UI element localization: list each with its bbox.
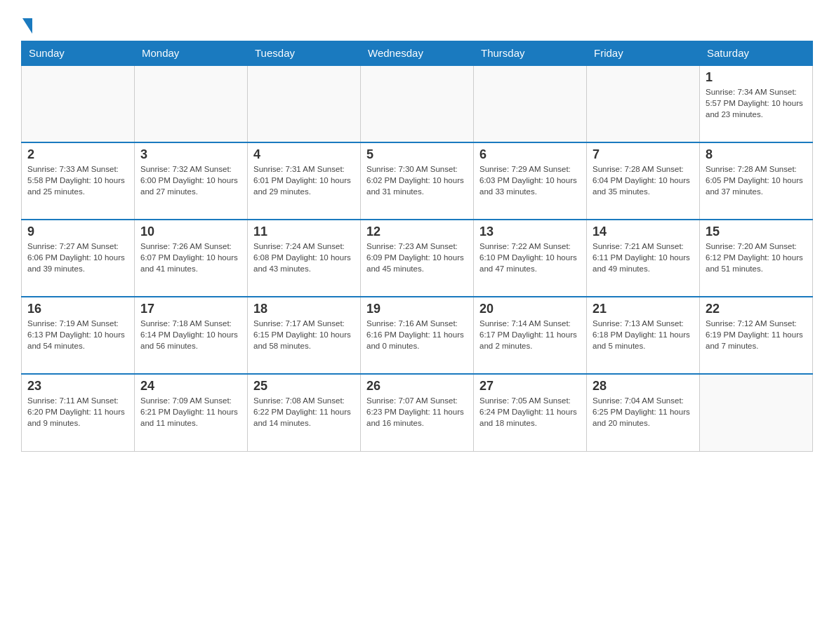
day-number: 16 [27, 302, 128, 316]
header-cell-monday: Monday [135, 41, 248, 66]
calendar-cell: 4Sunrise: 7:31 AM Sunset: 6:01 PM Daylig… [248, 142, 361, 220]
page-header [21, 14, 813, 34]
day-info: Sunrise: 7:32 AM Sunset: 6:00 PM Dayligh… [140, 163, 241, 197]
header-cell-friday: Friday [587, 41, 700, 66]
day-number: 18 [253, 302, 355, 316]
day-info: Sunrise: 7:19 AM Sunset: 6:13 PM Dayligh… [27, 318, 128, 351]
day-number: 22 [706, 302, 807, 316]
week-row-1: 1Sunrise: 7:34 AM Sunset: 5:57 PM Daylig… [22, 65, 813, 142]
calendar-cell [700, 374, 813, 451]
day-number: 28 [593, 379, 694, 394]
calendar-body: 1Sunrise: 7:34 AM Sunset: 5:57 PM Daylig… [22, 65, 813, 451]
day-number: 3 [140, 147, 241, 162]
day-info: Sunrise: 7:31 AM Sunset: 6:01 PM Dayligh… [253, 163, 355, 197]
day-number: 20 [479, 302, 581, 316]
day-info: Sunrise: 7:26 AM Sunset: 6:07 PM Dayligh… [140, 241, 241, 274]
calendar-cell: 25Sunrise: 7:08 AM Sunset: 6:22 PM Dayli… [248, 374, 361, 451]
calendar-cell: 2Sunrise: 7:33 AM Sunset: 5:58 PM Daylig… [22, 142, 135, 220]
calendar-cell: 12Sunrise: 7:23 AM Sunset: 6:09 PM Dayli… [361, 220, 474, 297]
day-info: Sunrise: 7:14 AM Sunset: 6:17 PM Dayligh… [479, 318, 581, 351]
day-number: 23 [27, 379, 128, 394]
calendar-cell [587, 65, 700, 142]
day-number: 1 [706, 70, 807, 85]
week-row-2: 2Sunrise: 7:33 AM Sunset: 5:58 PM Daylig… [22, 142, 813, 220]
calendar-table: SundayMondayTuesdayWednesdayThursdayFrid… [21, 41, 813, 452]
calendar-cell: 3Sunrise: 7:32 AM Sunset: 6:00 PM Daylig… [135, 142, 248, 220]
calendar-cell: 15Sunrise: 7:20 AM Sunset: 6:12 PM Dayli… [700, 220, 813, 297]
day-number: 10 [140, 224, 241, 239]
day-info: Sunrise: 7:11 AM Sunset: 6:20 PM Dayligh… [27, 395, 128, 429]
calendar-cell [22, 65, 135, 142]
calendar-cell: 24Sunrise: 7:09 AM Sunset: 6:21 PM Dayli… [135, 374, 248, 451]
day-info: Sunrise: 7:09 AM Sunset: 6:21 PM Dayligh… [140, 395, 241, 429]
calendar-cell: 11Sunrise: 7:24 AM Sunset: 6:08 PM Dayli… [248, 220, 361, 297]
day-info: Sunrise: 7:12 AM Sunset: 6:19 PM Dayligh… [706, 318, 807, 351]
day-info: Sunrise: 7:27 AM Sunset: 6:06 PM Dayligh… [27, 241, 128, 274]
day-number: 12 [366, 224, 468, 239]
header-row: SundayMondayTuesdayWednesdayThursdayFrid… [22, 41, 813, 66]
day-number: 26 [366, 379, 468, 394]
calendar-cell: 22Sunrise: 7:12 AM Sunset: 6:19 PM Dayli… [700, 297, 813, 374]
calendar-cell: 21Sunrise: 7:13 AM Sunset: 6:18 PM Dayli… [587, 297, 700, 374]
calendar-cell: 28Sunrise: 7:04 AM Sunset: 6:25 PM Dayli… [587, 374, 700, 451]
day-info: Sunrise: 7:23 AM Sunset: 6:09 PM Dayligh… [366, 241, 468, 274]
calendar-cell: 19Sunrise: 7:16 AM Sunset: 6:16 PM Dayli… [361, 297, 474, 374]
day-info: Sunrise: 7:29 AM Sunset: 6:03 PM Dayligh… [479, 163, 581, 197]
logo-arrow-icon [22, 18, 32, 34]
day-info: Sunrise: 7:05 AM Sunset: 6:24 PM Dayligh… [479, 395, 581, 429]
calendar-cell: 10Sunrise: 7:26 AM Sunset: 6:07 PM Dayli… [135, 220, 248, 297]
day-number: 14 [593, 224, 694, 239]
day-number: 8 [706, 147, 807, 162]
day-info: Sunrise: 7:21 AM Sunset: 6:11 PM Dayligh… [593, 241, 694, 274]
day-number: 5 [366, 147, 468, 162]
day-number: 11 [253, 224, 355, 239]
day-number: 15 [706, 224, 807, 239]
day-number: 2 [27, 147, 128, 162]
calendar-cell: 9Sunrise: 7:27 AM Sunset: 6:06 PM Daylig… [22, 220, 135, 297]
header-cell-saturday: Saturday [700, 41, 813, 66]
day-info: Sunrise: 7:13 AM Sunset: 6:18 PM Dayligh… [593, 318, 694, 351]
day-info: Sunrise: 7:04 AM Sunset: 6:25 PM Dayligh… [593, 395, 694, 429]
week-row-3: 9Sunrise: 7:27 AM Sunset: 6:06 PM Daylig… [22, 220, 813, 297]
calendar-cell [361, 65, 474, 142]
calendar-cell: 17Sunrise: 7:18 AM Sunset: 6:14 PM Dayli… [135, 297, 248, 374]
calendar-cell: 18Sunrise: 7:17 AM Sunset: 6:15 PM Dayli… [248, 297, 361, 374]
calendar-cell: 1Sunrise: 7:34 AM Sunset: 5:57 PM Daylig… [700, 65, 813, 142]
day-info: Sunrise: 7:20 AM Sunset: 6:12 PM Dayligh… [706, 241, 807, 274]
day-info: Sunrise: 7:22 AM Sunset: 6:10 PM Dayligh… [479, 241, 581, 274]
calendar-cell: 6Sunrise: 7:29 AM Sunset: 6:03 PM Daylig… [474, 142, 587, 220]
day-info: Sunrise: 7:24 AM Sunset: 6:08 PM Dayligh… [253, 241, 355, 274]
day-info: Sunrise: 7:28 AM Sunset: 6:04 PM Dayligh… [593, 163, 694, 197]
day-info: Sunrise: 7:33 AM Sunset: 5:58 PM Dayligh… [27, 163, 128, 197]
calendar-cell: 20Sunrise: 7:14 AM Sunset: 6:17 PM Dayli… [474, 297, 587, 374]
day-info: Sunrise: 7:07 AM Sunset: 6:23 PM Dayligh… [366, 395, 468, 429]
calendar-cell: 27Sunrise: 7:05 AM Sunset: 6:24 PM Dayli… [474, 374, 587, 451]
day-number: 4 [253, 147, 355, 162]
day-info: Sunrise: 7:28 AM Sunset: 6:05 PM Dayligh… [706, 163, 807, 197]
calendar-header: SundayMondayTuesdayWednesdayThursdayFrid… [22, 41, 813, 66]
day-number: 13 [479, 224, 581, 239]
header-cell-tuesday: Tuesday [248, 41, 361, 66]
header-cell-thursday: Thursday [474, 41, 587, 66]
day-info: Sunrise: 7:18 AM Sunset: 6:14 PM Dayligh… [140, 318, 241, 351]
calendar-cell [248, 65, 361, 142]
day-number: 21 [593, 302, 694, 316]
day-number: 7 [593, 147, 694, 162]
header-cell-wednesday: Wednesday [361, 41, 474, 66]
calendar-cell: 14Sunrise: 7:21 AM Sunset: 6:11 PM Dayli… [587, 220, 700, 297]
calendar-cell: 26Sunrise: 7:07 AM Sunset: 6:23 PM Dayli… [361, 374, 474, 451]
calendar-cell: 23Sunrise: 7:11 AM Sunset: 6:20 PM Dayli… [22, 374, 135, 451]
week-row-4: 16Sunrise: 7:19 AM Sunset: 6:13 PM Dayli… [22, 297, 813, 374]
calendar-cell: 13Sunrise: 7:22 AM Sunset: 6:10 PM Dayli… [474, 220, 587, 297]
calendar-cell: 16Sunrise: 7:19 AM Sunset: 6:13 PM Dayli… [22, 297, 135, 374]
day-info: Sunrise: 7:34 AM Sunset: 5:57 PM Dayligh… [706, 86, 807, 120]
day-info: Sunrise: 7:30 AM Sunset: 6:02 PM Dayligh… [366, 163, 468, 197]
day-number: 19 [366, 302, 468, 316]
day-info: Sunrise: 7:16 AM Sunset: 6:16 PM Dayligh… [366, 318, 468, 351]
day-info: Sunrise: 7:17 AM Sunset: 6:15 PM Dayligh… [253, 318, 355, 351]
calendar-cell: 7Sunrise: 7:28 AM Sunset: 6:04 PM Daylig… [587, 142, 700, 220]
day-number: 24 [140, 379, 241, 394]
header-cell-sunday: Sunday [22, 41, 135, 66]
calendar-cell: 8Sunrise: 7:28 AM Sunset: 6:05 PM Daylig… [700, 142, 813, 220]
week-row-5: 23Sunrise: 7:11 AM Sunset: 6:20 PM Dayli… [22, 374, 813, 451]
